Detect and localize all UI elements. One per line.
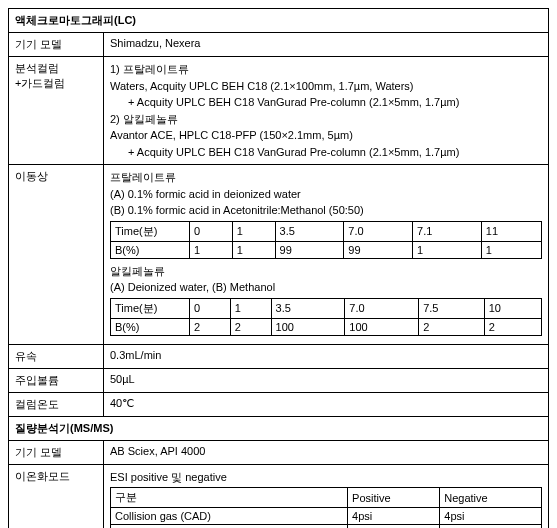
ion-params-table: 구분 Positive Negative Collision gas (CAD)… — [110, 487, 542, 528]
inj: 50µL — [104, 368, 549, 392]
col-l4: + Acquity UPLC BEH C18 VanGurad Pre-colu… — [110, 144, 542, 161]
g2-title: 알킬페놀류 — [110, 263, 542, 280]
col-l3: Avantor ACE, HPLC C18-PFP (150×2.1mm, 5µ… — [110, 127, 542, 144]
g1-b-label: B(%) — [111, 241, 190, 258]
g2-a: (A) Deionized water, (B) Methanol — [110, 279, 542, 296]
ms-instrument: AB Sciex, API 4000 — [104, 440, 549, 464]
label-column: 분석컬럼 +가드컬럼 — [9, 57, 104, 165]
label-coltemp: 컬럼온도 — [9, 392, 104, 416]
gradient-table-2: Time(분) 0 1 3.5 7.0 7.5 10 B(%) 2 2 100 … — [110, 298, 542, 336]
g2-b-label: B(%) — [111, 318, 190, 335]
label-ms-instrument: 기기 모델 — [9, 440, 104, 464]
label-ionmode: 이온화모드 — [9, 464, 104, 528]
mobile-cell: 프탈레이트류 (A) 0.1% formic acid in deionized… — [104, 165, 549, 345]
cell: 0 — [190, 298, 231, 318]
lc-instrument: Shimadzu, Nexera — [104, 33, 549, 57]
col-l1: Waters, Acquity UPLC BEH C18 (2.1×100mm,… — [110, 78, 542, 95]
cell: 100 — [345, 318, 419, 335]
section-ms: 질량분석기(MS/MS) — [9, 416, 549, 440]
cell: 2 — [230, 318, 271, 335]
cell: 4psi — [440, 508, 542, 525]
cell: 4psi — [348, 508, 440, 525]
flow: 0.3mL/min — [104, 344, 549, 368]
spec-table: 액체크로마토그래피(LC) 기기 모델 Shimadzu, Nexera 분석컬… — [8, 8, 549, 528]
col-h1: 1) 프탈레이트류 — [110, 61, 542, 78]
ionmode-cell: ESI positive 및 negative 구분 Positive Nega… — [104, 464, 549, 528]
column-cell: 1) 프탈레이트류 Waters, Acquity UPLC BEH C18 (… — [104, 57, 549, 165]
cell: 2 — [190, 318, 231, 335]
cell: 99 — [344, 241, 413, 258]
cell: 2 — [419, 318, 485, 335]
cell: 11 — [481, 221, 541, 241]
cell: Collision gas (CAD) — [111, 508, 348, 525]
cell: 99 — [275, 241, 344, 258]
ion-h-neg: Negative — [440, 488, 542, 508]
cell: 1 — [413, 241, 482, 258]
cell: 1 — [190, 241, 233, 258]
g1-b: (B) 0.1% formic acid in Acetonitrile:Met… — [110, 202, 542, 219]
g1-time-label: Time(분) — [111, 221, 190, 241]
section-lc: 액체크로마토그래피(LC) — [9, 9, 549, 33]
cell: 10 — [484, 298, 541, 318]
coltemp: 40℃ — [104, 392, 549, 416]
cell: 20psi — [440, 525, 542, 529]
cell: 7.1 — [413, 221, 482, 241]
cell: 1 — [481, 241, 541, 258]
g1-a: (A) 0.1% formic acid in deionized water — [110, 186, 542, 203]
cell: 20psi — [348, 525, 440, 529]
label-instrument: 기기 모델 — [9, 33, 104, 57]
label-inj: 주입볼륨 — [9, 368, 104, 392]
gradient-table-1: Time(분) 0 1 3.5 7.0 7.1 11 B(%) 1 1 99 9… — [110, 221, 542, 259]
ionmode-text: ESI positive 및 negative — [110, 469, 542, 486]
col-h2: 2) 알킬페놀류 — [110, 111, 542, 128]
cell: 1 — [232, 221, 275, 241]
cell: Curtain gas (CUR) — [111, 525, 348, 529]
cell: 7.0 — [344, 221, 413, 241]
cell: 7.5 — [419, 298, 485, 318]
g2-time-label: Time(분) — [111, 298, 190, 318]
cell: 3.5 — [275, 221, 344, 241]
cell: 3.5 — [271, 298, 345, 318]
cell: 1 — [232, 241, 275, 258]
label-flow: 유속 — [9, 344, 104, 368]
label-mobile: 이동상 — [9, 165, 104, 345]
cell: 100 — [271, 318, 345, 335]
ion-h-pos: Positive — [348, 488, 440, 508]
cell: 2 — [484, 318, 541, 335]
cell: 0 — [190, 221, 233, 241]
ion-h-param: 구분 — [111, 488, 348, 508]
g1-title: 프탈레이트류 — [110, 169, 542, 186]
cell: 1 — [230, 298, 271, 318]
cell: 7.0 — [345, 298, 419, 318]
col-l2: + Acquity UPLC BEH C18 VanGurad Pre-colu… — [110, 94, 542, 111]
